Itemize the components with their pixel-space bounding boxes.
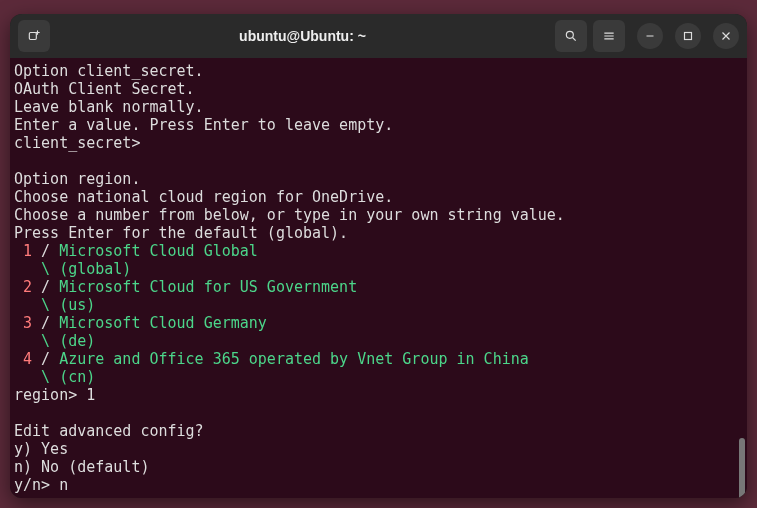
terminal-line: n) No (default) (14, 458, 149, 476)
option-label: Microsoft Cloud Germany (59, 314, 267, 332)
hamburger-icon (602, 29, 616, 43)
maximize-icon (681, 29, 695, 43)
option-value: \ (us) (14, 296, 95, 314)
region-input: 1 (86, 386, 95, 404)
option-value: \ (global) (14, 260, 131, 278)
option-number: 4 (14, 350, 41, 368)
option-sep: / (41, 314, 59, 332)
terminal-line: Option region. (14, 170, 140, 188)
svg-rect-2 (685, 33, 692, 40)
close-button[interactable] (713, 23, 739, 49)
menu-button[interactable] (593, 20, 625, 52)
option-number: 3 (14, 314, 41, 332)
option-number: 1 (14, 242, 41, 260)
close-icon (719, 29, 733, 43)
titlebar-controls (555, 20, 739, 52)
minimize-button[interactable] (637, 23, 663, 49)
terminal-line: Enter a value. Press Enter to leave empt… (14, 116, 393, 134)
svg-point-1 (566, 31, 573, 38)
terminal-line: Edit advanced config? (14, 422, 204, 440)
option-sep: / (41, 242, 59, 260)
yn-prompt: y/n> (14, 476, 59, 494)
search-icon (564, 29, 578, 43)
option-label: Microsoft Cloud for US Government (59, 278, 357, 296)
option-label: Microsoft Cloud Global (59, 242, 258, 260)
terminal-line: Leave blank normally. (14, 98, 204, 116)
scrollbar-thumb[interactable] (739, 438, 745, 498)
terminal-body[interactable]: Option client_secret. OAuth Client Secre… (10, 58, 747, 498)
new-tab-icon (27, 29, 41, 43)
terminal-prompt: client_secret> (14, 134, 140, 152)
search-button[interactable] (555, 20, 587, 52)
option-value: \ (de) (14, 332, 95, 350)
option-value: \ (cn) (14, 368, 95, 386)
terminal-line: Choose national cloud region for OneDriv… (14, 188, 393, 206)
option-sep: / (41, 350, 59, 368)
minimize-icon (643, 29, 657, 43)
terminal-line: Option client_secret. (14, 62, 204, 80)
terminal-line: Press Enter for the default (global). (14, 224, 348, 242)
terminal-line: y) Yes (14, 440, 68, 458)
yn-input: n (59, 476, 68, 494)
region-prompt: region> (14, 386, 86, 404)
option-number: 2 (14, 278, 41, 296)
terminal-window: ubuntu@Ubuntu: ~ Option client_secret. O… (10, 14, 747, 498)
option-sep: / (41, 278, 59, 296)
terminal-line: OAuth Client Secret. (14, 80, 195, 98)
svg-rect-0 (29, 33, 36, 40)
option-label: Azure and Office 365 operated by Vnet Gr… (59, 350, 529, 368)
maximize-button[interactable] (675, 23, 701, 49)
titlebar: ubuntu@Ubuntu: ~ (10, 14, 747, 58)
new-tab-button[interactable] (18, 20, 50, 52)
terminal-line: Choose a number from below, or type in y… (14, 206, 565, 224)
window-title: ubuntu@Ubuntu: ~ (56, 28, 549, 44)
